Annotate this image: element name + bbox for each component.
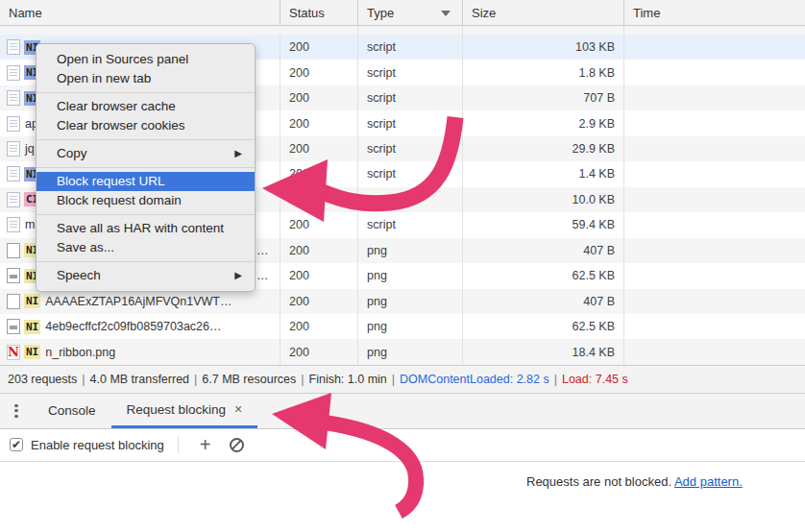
tab-request-blocking-label: Request blocking (127, 402, 227, 417)
script-file-icon (7, 116, 20, 132)
script-file-icon (7, 192, 20, 207)
request-time-cell (624, 339, 805, 364)
tab-console[interactable]: Console (33, 394, 111, 428)
table-row[interactable]: NI (0, 26, 805, 35)
column-header-time[interactable]: Time (624, 0, 805, 25)
request-status-cell: 200 (281, 339, 358, 364)
menu-item-open-in-sources-panel[interactable]: Open in Sources panel (37, 50, 255, 69)
add-pattern-link[interactable]: Add pattern. (674, 474, 743, 489)
network-summary-bar: 203 requests|4.0 MB transferred|6.7 MB r… (0, 365, 805, 394)
request-type-cell: png (358, 314, 463, 339)
summary-segment: 4.0 MB transferred (90, 373, 190, 386)
request-status-cell: 200 (281, 161, 358, 186)
menu-item-save-all-as-har-with-content[interactable]: Save all as HAR with content (37, 219, 255, 238)
menu-item-copy[interactable]: Copy▶ (37, 144, 255, 163)
filter-dropdown-icon[interactable] (441, 11, 451, 16)
column-header-label: Status (289, 6, 325, 20)
column-header-type[interactable]: Type (358, 0, 463, 25)
summary-separator: | (554, 373, 557, 386)
enable-request-blocking-label: Enable request blocking (31, 438, 164, 452)
summary-segment: Load: 7.45 s (562, 373, 628, 386)
summary-separator: | (194, 373, 197, 386)
menu-separator (37, 139, 255, 140)
request-name: … (256, 269, 269, 282)
request-time-cell (624, 263, 805, 288)
request-blocking-pane: Requests are not blocked. Add pattern. (0, 462, 805, 531)
request-time-cell (624, 35, 805, 60)
request-size-cell: 18.4 KB (463, 339, 624, 364)
summary-separator: | (392, 373, 395, 386)
search-highlight-badge: NI (24, 294, 40, 308)
request-status-cell: 200 (281, 289, 358, 314)
request-size-cell: 2.9 KB (463, 110, 624, 135)
search-highlight-badge: NI (24, 345, 40, 359)
menu-item-clear-browser-cache[interactable]: Clear browser cache (37, 97, 255, 116)
tab-request-blocking[interactable]: Request blocking × (111, 394, 258, 428)
add-pattern-icon[interactable]: + (190, 436, 221, 453)
menu-item-open-in-new-tab[interactable]: Open in new tab (37, 69, 255, 88)
request-type-cell: script (358, 110, 463, 135)
script-file-icon (7, 166, 20, 181)
request-time-cell (624, 314, 805, 339)
menu-item-block-request-url[interactable]: Block request URL (37, 172, 255, 191)
remove-all-patterns-icon[interactable] (230, 438, 244, 452)
request-name: m (25, 218, 35, 231)
netflix-logo-icon: N (7, 345, 20, 360)
request-time-cell (624, 60, 805, 85)
script-file-icon (7, 217, 20, 232)
menu-item-block-request-domain[interactable]: Block request domain (37, 191, 255, 210)
request-name: jq (25, 142, 35, 156)
menu-separator (37, 261, 255, 262)
menu-item-save-as[interactable]: Save as... (37, 238, 255, 257)
request-time-cell (624, 187, 805, 212)
request-name: n_ribbon.png (45, 346, 115, 359)
request-size-cell (463, 26, 624, 35)
kebab-icon (14, 404, 17, 419)
request-size-cell: 407 B (463, 289, 624, 314)
close-icon[interactable]: × (234, 401, 242, 417)
menu-separator (37, 214, 255, 215)
menu-separator (37, 167, 255, 168)
script-file-icon (7, 65, 20, 81)
request-status-cell: 200 (281, 110, 358, 135)
request-type-cell: png (358, 289, 463, 314)
request-status-cell: 200 (281, 60, 358, 85)
table-row[interactable]: NNIn_ribbon.png200png18.4 KB (0, 339, 805, 364)
request-time-cell (624, 85, 805, 110)
table-row[interactable]: NIAAAAExZTAP16AjMFVQn1VWT…200png407 B (0, 289, 805, 314)
requests-not-blocked-text: Requests are not blocked. (526, 474, 671, 489)
request-type-cell: script (358, 187, 463, 212)
column-header-name[interactable]: Name (0, 0, 281, 25)
summary-segment: 203 requests (8, 373, 77, 386)
request-type-cell: png (358, 238, 463, 263)
request-status-cell: 200 (281, 187, 358, 212)
request-time-cell (624, 289, 805, 314)
context-menu: Open in Sources panelOpen in new tabClea… (36, 43, 256, 292)
column-header-size[interactable]: Size (463, 0, 624, 25)
request-name-cell[interactable]: NI4eb9ecffcf2c09fb0859703ac26… (0, 314, 281, 339)
request-type-cell: script (358, 60, 463, 85)
blank-image-file-icon (7, 243, 20, 258)
column-header-label: Time (633, 6, 660, 20)
request-name-cell[interactable]: NNIn_ribbon.png (0, 339, 281, 364)
drawer-menu-button[interactable] (0, 394, 33, 428)
submenu-arrow-icon: ▶ (234, 266, 242, 285)
menu-item-speech[interactable]: Speech▶ (37, 266, 255, 285)
column-header-label: Type (367, 6, 394, 20)
request-size-cell: 62.5 KB (463, 263, 624, 288)
enable-request-blocking-checkbox[interactable]: ✔ (10, 438, 23, 451)
request-name: 4eb9ecffcf2c09fb0859703ac26… (45, 320, 221, 333)
request-status-cell: 200 (281, 85, 358, 110)
request-name-cell[interactable]: NIAAAAExZTAP16AjMFVQn1VWT… (0, 289, 281, 314)
image-file-icon (7, 319, 20, 334)
request-type-cell: png (358, 339, 463, 364)
menu-item-clear-browser-cookies[interactable]: Clear browser cookies (37, 116, 255, 135)
column-header-status[interactable]: Status (281, 0, 358, 25)
request-status-cell: 200 (281, 35, 358, 60)
table-row[interactable]: NI4eb9ecffcf2c09fb0859703ac26…200png62.5… (0, 314, 805, 339)
request-size-cell: 29.9 KB (463, 136, 624, 161)
search-highlight-badge: NI (24, 320, 40, 334)
request-status-cell (281, 26, 358, 35)
summary-separator: | (301, 373, 304, 386)
script-file-icon (7, 39, 20, 55)
